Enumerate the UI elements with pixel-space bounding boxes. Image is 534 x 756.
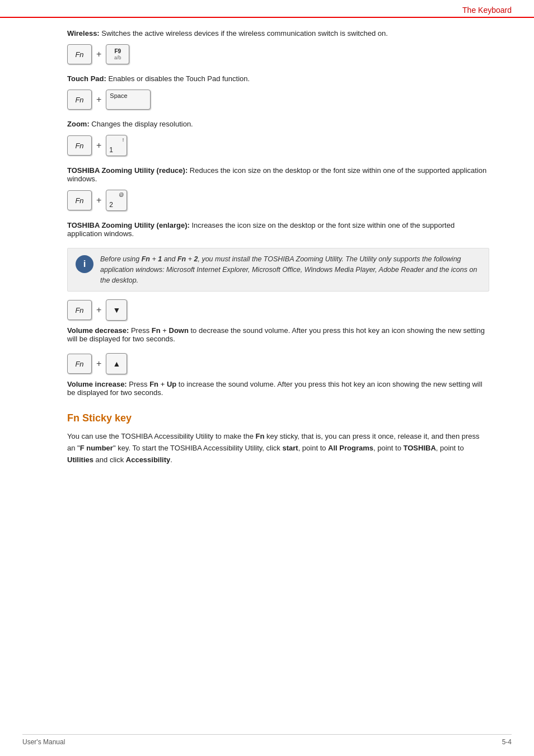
- zoom-label: Zoom:: [67, 120, 90, 128]
- fn-key-reduce: Fn: [67, 190, 92, 210]
- wireless-desc: Switches the active wireless devices if …: [100, 29, 388, 37]
- fn-sticky-text: You can use the TOSHIBA Accessibility Ut…: [67, 431, 489, 466]
- volume-dec-key-combo: Fn + ▼: [67, 299, 489, 321]
- footer-left: User's Manual: [22, 738, 65, 746]
- volume-dec-label: Volume decrease:: [67, 326, 129, 335]
- up-key-volinc: ▲: [106, 353, 127, 374]
- section-wireless: Wireless: Switches the active wireless d…: [67, 29, 489, 64]
- key2-reduce: @ 2: [106, 190, 127, 211]
- zoom-key-combo: Fn + ! 1: [67, 135, 489, 156]
- zoom-desc: Changes the display resolution.: [90, 120, 193, 128]
- info-box-text: Before using Fn + 1 and Fn + 2, you must…: [100, 254, 481, 285]
- section-touchpad: Touch Pad: Enables or disables the Touch…: [67, 74, 489, 110]
- page-title: The Keyboard: [462, 6, 512, 15]
- plus-reduce: +: [96, 195, 101, 205]
- info-icon: i: [76, 255, 93, 273]
- toshiba-enlarge-label: TOSHIBA Zooming Utility (enlarge):: [67, 221, 190, 229]
- toshiba-reduce-label: TOSHIBA Zooming Utility (reduce):: [67, 166, 188, 175]
- fn-key-wireless: Fn: [67, 44, 92, 64]
- toshiba-reduce-text: TOSHIBA Zooming Utility (reduce): Reduce…: [67, 166, 489, 183]
- plus-voldec: +: [96, 305, 101, 315]
- toshiba-enlarge-text: TOSHIBA Zooming Utility (enlarge): Incre…: [67, 221, 489, 238]
- page-content: Wireless: Switches the active wireless d…: [0, 18, 534, 499]
- plus-volinc: +: [96, 359, 101, 369]
- fn-key-zoom: Fn: [67, 135, 92, 156]
- f9-key-wireless: F9 a/b: [106, 44, 129, 64]
- info-box: i Before using Fn + 1 and Fn + 2, you mu…: [67, 248, 489, 292]
- touchpad-label: Touch Pad:: [67, 74, 106, 83]
- page-footer: User's Manual 5-4: [22, 734, 512, 746]
- space-key-touchpad: Space: [106, 90, 151, 110]
- toshiba-reduce-key-combo: Fn + @ 2: [67, 190, 489, 211]
- down-key-voldec: ▼: [106, 299, 127, 321]
- fn-key-touchpad: Fn: [67, 90, 92, 110]
- plus-wireless: +: [96, 49, 101, 59]
- volume-dec-text: Volume decrease: Press Fn + Down to decr…: [67, 326, 489, 343]
- section-volume-dec-combo: Fn + ▼ Volume decrease: Press Fn + Down …: [67, 299, 489, 343]
- wireless-key-combo: Fn + F9 a/b: [67, 44, 489, 64]
- section-toshiba-enlarge: TOSHIBA Zooming Utility (enlarge): Incre…: [67, 221, 489, 238]
- section-volume-inc-combo: Fn + ▲ Volume increase: Press Fn + Up to…: [67, 353, 489, 397]
- volume-inc-text: Volume increase: Press Fn + Up to increa…: [67, 380, 489, 397]
- volume-inc-key-combo: Fn + ▲: [67, 353, 489, 374]
- fn-key-voldec: Fn: [67, 300, 92, 320]
- page-header: The Keyboard: [0, 0, 534, 18]
- plus-touchpad: +: [96, 95, 101, 105]
- fn-key-volinc: Fn: [67, 354, 92, 374]
- volume-inc-label: Volume increase:: [67, 380, 127, 388]
- touchpad-text: Touch Pad: Enables or disables the Touch…: [67, 74, 489, 83]
- wireless-label: Wireless:: [67, 29, 100, 37]
- section-toshiba-reduce: TOSHIBA Zooming Utility (reduce): Reduce…: [67, 166, 489, 211]
- wireless-text: Wireless: Switches the active wireless d…: [67, 29, 489, 37]
- plus-zoom: +: [96, 140, 101, 151]
- fn-sticky-heading: Fn Sticky key: [67, 412, 489, 424]
- touchpad-key-combo: Fn + Space: [67, 90, 489, 110]
- key1-zoom: ! 1: [106, 135, 127, 156]
- section-zoom: Zoom: Changes the display resolution. Fn…: [67, 120, 489, 156]
- footer-right: 5-4: [502, 738, 512, 746]
- section-fn-sticky: Fn Sticky key You can use the TOSHIBA Ac…: [67, 412, 489, 466]
- touchpad-desc: Enables or disables the Touch Pad functi…: [106, 74, 250, 83]
- zoom-text: Zoom: Changes the display resolution.: [67, 120, 489, 128]
